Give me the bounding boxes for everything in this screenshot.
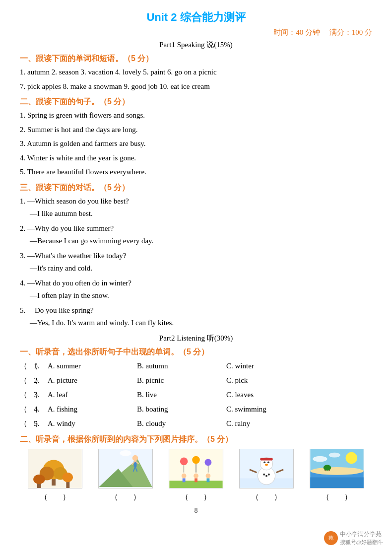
dialog-block: 2. —Why do you like summer?—Because I ca… bbox=[20, 222, 372, 248]
picture-illustration bbox=[310, 449, 364, 488]
answer-parens: （ ） bbox=[20, 359, 34, 373]
dialog-answer: —It's rainy and cold. bbox=[20, 262, 372, 275]
score-label: 满分：100 分 bbox=[329, 28, 372, 36]
item-num: 1. bbox=[34, 359, 48, 373]
picture-item bbox=[166, 449, 226, 488]
watermark-sub: 搜狐号@好题翻斗 bbox=[340, 539, 383, 546]
answer-parens: （ ） bbox=[252, 492, 281, 502]
page-title: Unit 2 综合能力测评 bbox=[20, 10, 372, 25]
picture-item bbox=[307, 449, 367, 488]
svg-point-41 bbox=[265, 475, 267, 477]
svg-rect-43 bbox=[260, 458, 272, 460]
option-a: A. summer bbox=[48, 359, 137, 373]
dialog-answer: —I like autumn best. bbox=[20, 208, 372, 220]
option-a: A. picture bbox=[48, 374, 137, 387]
svg-point-53 bbox=[324, 465, 331, 471]
dialog-question: 2. —Why do you like summer? bbox=[20, 222, 372, 235]
svg-point-25 bbox=[192, 456, 200, 464]
sentence-line: 2. Summer is hot and the days are long. bbox=[20, 124, 372, 137]
svg-rect-32 bbox=[206, 478, 209, 482]
svg-point-40 bbox=[263, 473, 265, 475]
dialog-block: 1. —Which season do you like best?—I lik… bbox=[20, 195, 372, 220]
svg-point-50 bbox=[346, 452, 357, 463]
svg-point-23 bbox=[182, 473, 187, 478]
option-b: B. boating bbox=[137, 403, 226, 416]
pictures-row bbox=[20, 449, 372, 488]
option-c: C. pick bbox=[226, 374, 316, 387]
dialog-question: 3. —What's the weather like today? bbox=[20, 250, 372, 263]
list-item: （ ） 5. A. windy B. cloudy C. rainy bbox=[20, 417, 372, 430]
answer-parens: （ ） bbox=[322, 492, 352, 502]
parens-row: （ ）（ ）（ ）（ ）（ ） bbox=[20, 490, 372, 502]
svg-point-6 bbox=[33, 474, 45, 484]
svg-point-49 bbox=[310, 467, 363, 475]
svg-point-27 bbox=[194, 473, 198, 478]
answer-parens: （ ） bbox=[20, 374, 34, 387]
svg-point-52 bbox=[328, 452, 340, 457]
dialog-answer: —I often play in the snow. bbox=[20, 289, 372, 302]
sentence-line: 3. Autumn is golden and farmers are busy… bbox=[20, 138, 372, 150]
answer-parens: （ ） bbox=[181, 492, 211, 502]
answer-parens: （ ） bbox=[40, 492, 70, 502]
words-line-1: 1. autumn 2. season 3. vacation 4. lovel… bbox=[20, 66, 372, 79]
dialog-answer: —Because I can go swimming every day. bbox=[20, 235, 372, 248]
svg-point-21 bbox=[180, 457, 188, 465]
option-c: C. swimming bbox=[226, 403, 316, 416]
list-item: （ ） 1. A. summer B. autumn C. winter bbox=[20, 359, 372, 373]
list-item: （ ） 2. A. picture B. picnic C. pick bbox=[20, 374, 372, 387]
dialog-question: 5. —Do you like spring? bbox=[20, 304, 372, 317]
sentence-line: 5. There are beautiful flowers everywher… bbox=[20, 166, 372, 179]
part1-title: Part1 Speaking 说(15%) bbox=[20, 40, 372, 50]
picture-item bbox=[96, 449, 155, 488]
option-a: A. leaf bbox=[48, 388, 137, 402]
sentence-line: 4. Winter is white and the year is gone. bbox=[20, 152, 372, 165]
svg-point-29 bbox=[205, 459, 212, 466]
list-item: （ ） 4. A. fishing B. boating C. swimming bbox=[20, 403, 372, 416]
item-num: 4. bbox=[34, 403, 48, 416]
option-c: C. winter bbox=[226, 359, 316, 373]
time-label: 时间：40 分钟 bbox=[273, 28, 320, 36]
item-num: 2. bbox=[34, 374, 48, 387]
svg-rect-48 bbox=[310, 477, 363, 487]
picture-illustration bbox=[98, 449, 153, 488]
svg-point-42 bbox=[268, 473, 270, 475]
option-b: B. autumn bbox=[137, 359, 226, 373]
svg-rect-28 bbox=[195, 478, 197, 482]
option-b: B. picnic bbox=[137, 374, 226, 387]
picture-parens-item: （ ） bbox=[96, 490, 155, 502]
picture-parens-item: （ ） bbox=[307, 490, 367, 502]
picture-illustration bbox=[239, 449, 294, 488]
svg-rect-24 bbox=[183, 478, 186, 482]
page-number: 8 bbox=[20, 507, 372, 515]
picture-illustration bbox=[169, 449, 223, 488]
option-a: A. fishing bbox=[48, 403, 137, 416]
section2-title: 二、跟读下面的句子。（5 分） bbox=[20, 97, 372, 107]
sentences-container: 1. Spring is green with flowers and song… bbox=[20, 109, 372, 179]
svg-point-12 bbox=[132, 455, 138, 461]
svg-point-39 bbox=[265, 464, 268, 466]
svg-point-18 bbox=[120, 450, 131, 456]
picture-parens-item: （ ） bbox=[25, 490, 85, 502]
watermark-icon: 苑 bbox=[324, 531, 338, 545]
watermark: 苑 中小学满分学苑 搜狐号@好题翻斗 bbox=[324, 530, 383, 546]
answer-parens: （ ） bbox=[20, 403, 34, 416]
dialog-block: 4. —What do you often do in winter?—I of… bbox=[20, 277, 372, 302]
listening-rows-container: （ ） 1. A. summer B. autumn C. winter （ ）… bbox=[20, 359, 372, 430]
answer-parens: （ ） bbox=[20, 388, 34, 402]
sentence-line: 1. Spring is green with flowers and song… bbox=[20, 109, 372, 122]
picture-item bbox=[237, 449, 296, 488]
item-num: 3. bbox=[34, 388, 48, 402]
answer-parens: （ ） bbox=[111, 492, 140, 502]
option-c: C. leaves bbox=[226, 388, 316, 402]
list-item: （ ） 3. A. leaf B. live C. leaves bbox=[20, 388, 372, 402]
option-a: A. windy bbox=[48, 417, 137, 430]
section3-title: 三、跟读下面的对话。（5 分） bbox=[20, 183, 372, 193]
svg-point-38 bbox=[267, 461, 269, 463]
time-score-line: 时间：40 分钟 满分：100 分 bbox=[20, 28, 372, 37]
svg-point-37 bbox=[263, 461, 265, 463]
svg-point-31 bbox=[206, 473, 211, 478]
pictures-section: （ ）（ ）（ ）（ ）（ ） bbox=[20, 449, 372, 502]
watermark-text: 中小学满分学苑 bbox=[340, 530, 383, 539]
svg-point-51 bbox=[313, 456, 327, 462]
picture-parens-item: （ ） bbox=[237, 490, 296, 502]
